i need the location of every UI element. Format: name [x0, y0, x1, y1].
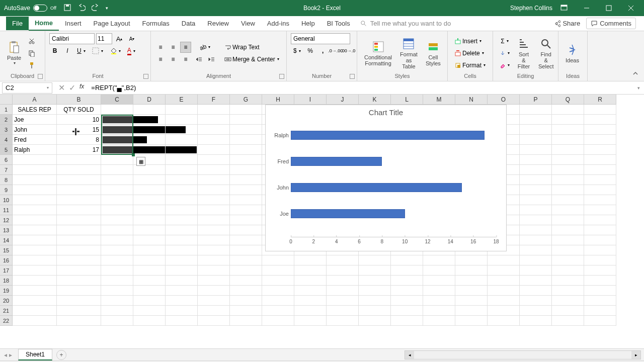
row-header-7[interactable]: 7 [0, 165, 13, 175]
cell[interactable] [327, 255, 359, 265]
formula-input[interactable]: =REPT("▄",B2) [88, 84, 633, 92]
cell[interactable] [198, 155, 230, 165]
cell[interactable] [133, 135, 166, 145]
cell[interactable] [552, 225, 584, 235]
cell[interactable] [57, 225, 101, 235]
cell[interactable] [57, 215, 101, 225]
cell[interactable] [166, 155, 198, 165]
cell[interactable] [455, 306, 488, 316]
cell[interactable] [230, 225, 262, 235]
cell[interactable]: Fred [13, 135, 57, 145]
cell[interactable] [57, 205, 101, 215]
cell[interactable] [166, 185, 198, 195]
cell[interactable] [294, 265, 327, 276]
cell[interactable] [166, 276, 198, 286]
copy-button[interactable] [26, 48, 37, 59]
cell[interactable] [13, 195, 57, 205]
cell[interactable]: QTY SOLD [57, 105, 101, 115]
column-header-D[interactable]: D [133, 95, 166, 105]
cell[interactable] [198, 306, 230, 316]
cell[interactable] [520, 145, 552, 155]
cell[interactable] [57, 316, 101, 326]
cell[interactable] [133, 215, 166, 225]
redo-icon[interactable] [92, 4, 100, 13]
cell[interactable] [584, 185, 616, 195]
cell[interactable] [13, 155, 57, 165]
cell[interactable] [230, 135, 262, 145]
cell[interactable]: Joe [13, 115, 57, 125]
sort-filter-button[interactable]: Sort & Filter [514, 36, 533, 70]
format-as-table-button[interactable]: Format as Table [397, 36, 421, 70]
row-header-20[interactable]: 20 [0, 296, 13, 306]
cell[interactable] [166, 195, 198, 205]
cell[interactable] [423, 296, 455, 306]
cell[interactable] [262, 276, 294, 286]
collapse-ribbon-button[interactable] [627, 68, 644, 81]
autofill-options-button[interactable]: ▦ [136, 157, 145, 166]
cell[interactable] [13, 235, 57, 245]
cell[interactable] [101, 175, 133, 185]
cell[interactable] [294, 255, 327, 265]
cell[interactable] [198, 235, 230, 245]
cell[interactable] [101, 205, 133, 215]
align-left-button[interactable]: ≡ [155, 54, 166, 65]
cell[interactable] [552, 316, 584, 326]
tab-review[interactable]: Review [201, 17, 235, 30]
close-button[interactable] [620, 0, 642, 16]
cell[interactable] [520, 205, 552, 215]
cell[interactable] [133, 245, 166, 255]
maximize-button[interactable] [598, 0, 620, 16]
row-header-19[interactable]: 19 [0, 286, 13, 296]
cell[interactable]: 17 [57, 145, 101, 155]
cell[interactable] [423, 255, 455, 265]
dialog-launcher-icon[interactable] [38, 74, 43, 79]
comma-format-button[interactable]: , [317, 45, 329, 56]
cell[interactable] [552, 185, 584, 195]
column-header-L[interactable]: L [391, 95, 423, 105]
row-header-2[interactable]: 2 [0, 115, 13, 125]
font-name-select[interactable] [49, 33, 95, 44]
cell[interactable]: Ralph [13, 145, 57, 155]
add-sheet-button[interactable]: + [56, 350, 66, 360]
cell[interactable] [57, 286, 101, 296]
cell[interactable] [101, 245, 133, 255]
cell[interactable] [423, 265, 455, 276]
chart-title[interactable]: Chart Title [266, 105, 506, 120]
cell[interactable] [584, 316, 616, 326]
cell[interactable] [584, 195, 616, 205]
cell[interactable] [13, 265, 57, 276]
cell[interactable] [327, 306, 359, 316]
row-header-4[interactable]: 4 [0, 135, 13, 145]
undo-icon[interactable] [77, 4, 86, 13]
row-header-8[interactable]: 8 [0, 175, 13, 185]
cell[interactable] [391, 286, 423, 296]
cell[interactable] [166, 205, 198, 215]
cell[interactable] [133, 276, 166, 286]
column-header-N[interactable]: N [455, 95, 488, 105]
cell[interactable] [552, 105, 584, 115]
cell[interactable] [101, 286, 133, 296]
cell[interactable] [552, 276, 584, 286]
share-button[interactable]: Share [553, 20, 580, 27]
row-header-6[interactable]: 6 [0, 155, 13, 165]
cell[interactable] [230, 115, 262, 125]
cell[interactable] [488, 316, 520, 326]
fill-color-button[interactable]: ▾ [107, 45, 123, 56]
cell[interactable] [520, 276, 552, 286]
cell[interactable] [198, 195, 230, 205]
row-header-12[interactable]: 12 [0, 215, 13, 225]
cell[interactable] [166, 105, 198, 115]
cell[interactable] [262, 296, 294, 306]
cell[interactable] [57, 185, 101, 195]
cell[interactable] [520, 286, 552, 296]
cell[interactable] [520, 235, 552, 245]
clear-button[interactable]: ▾ [497, 60, 512, 71]
cell[interactable] [552, 235, 584, 245]
cell[interactable] [294, 306, 327, 316]
cell[interactable] [520, 155, 552, 165]
cell[interactable] [133, 195, 166, 205]
cell[interactable] [520, 225, 552, 235]
cell[interactable] [520, 165, 552, 175]
column-header-A[interactable]: A [13, 95, 57, 105]
accounting-format-button[interactable]: $▾ [291, 45, 303, 56]
